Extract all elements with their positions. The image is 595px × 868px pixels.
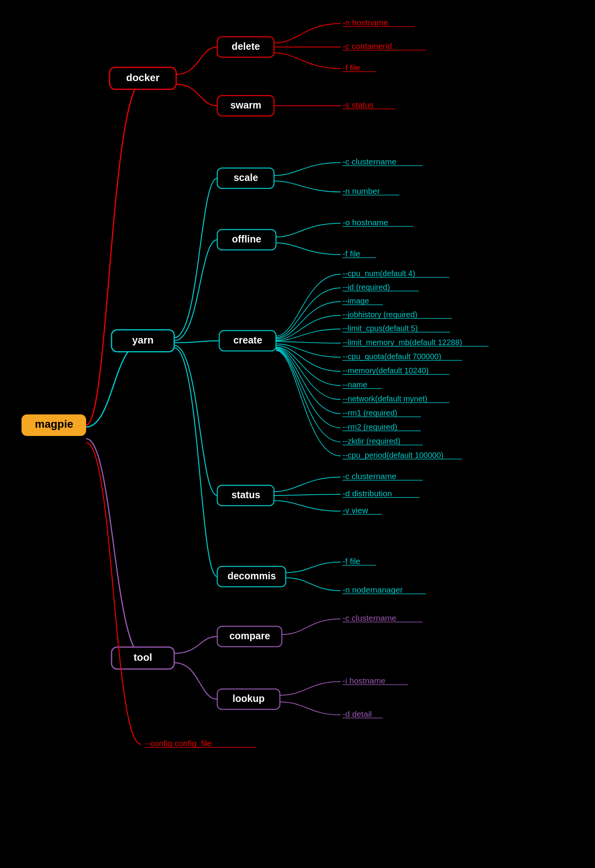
decommis-label: decommis — [227, 570, 276, 581]
leaf-n-hostname: -n hostname — [343, 18, 388, 27]
edge-offline-ff — [276, 243, 341, 255]
leaf-image: --image — [343, 297, 369, 305]
leaf-i-hostname: -i hostname — [343, 676, 386, 685]
leaf-cpu-quota: --cpu_quota(default 700000) — [343, 352, 441, 361]
edge-scale-nn — [274, 181, 341, 192]
edge-tool-compare — [174, 637, 217, 653]
leaf-d-distribution: -d distribution — [343, 489, 392, 498]
leaf-jobhistory: --jobhistory (required) — [343, 310, 417, 319]
leaf-n-number: -n number — [343, 186, 380, 195]
status-label: status — [231, 489, 260, 500]
offline-label: offline — [232, 233, 261, 244]
compare-label: compare — [229, 630, 270, 641]
leaf-f-file-delete: -f file — [343, 63, 361, 72]
edge-scale-cn — [274, 163, 341, 175]
tool-label: tool — [133, 651, 152, 663]
leaf-c-containerid: -c containerid — [343, 42, 392, 51]
scale-label: scale — [234, 172, 258, 183]
edge-root-global — [86, 443, 141, 744]
leaf-rm1: --rm1 (required) — [343, 409, 397, 417]
root-label: magpie — [35, 418, 73, 430]
leaf-cpu-num: --cpu_num(default 4) — [343, 269, 415, 278]
edge-root-yarn — [86, 341, 145, 427]
edge-delete-file — [274, 53, 341, 69]
edge-yarn-create — [174, 341, 219, 343]
leaf-limit-memory: --limit_memory_mb(default 12288) — [343, 338, 462, 347]
leaf-cpu-period: --cpu_period(default 100000) — [343, 451, 444, 460]
edge-tool-lookup — [174, 663, 217, 699]
leaf-network: --network(default mynet) — [343, 394, 427, 403]
leaf-d-detail: -d detail — [343, 709, 372, 718]
edge-offline-oh — [276, 223, 341, 237]
docker-label: docker — [126, 72, 159, 83]
edge-root-tool — [86, 439, 145, 658]
leaf-zkdir: --zkdir (required) — [343, 437, 400, 445]
leaf-o-hostname: -o hostname — [343, 218, 388, 227]
leaf-v-view: -v view — [343, 506, 368, 515]
leaf-config-file: --config config_file — [145, 739, 211, 748]
delete-label: delete — [232, 41, 260, 52]
edge-root-docker — [86, 78, 145, 425]
leaf-f-file-offline: -f file — [343, 249, 361, 258]
leaf-memory: --memory(default 10240) — [343, 366, 429, 375]
swarm-label: swarm — [230, 99, 261, 110]
edge-docker-swarm — [176, 84, 217, 106]
leaf-c-clustername-status: -c clustername — [343, 472, 397, 481]
leaf-f-file-decommis: -f file — [343, 557, 361, 566]
leaf-id: --id (required) — [343, 283, 390, 291]
leaf-rm2: --rm2 (required) — [343, 423, 397, 431]
mindmap-diagram: magpie docker delete -n hostname -c cont… — [0, 0, 595, 868]
edge-docker-delete — [176, 47, 217, 74]
edge-yarn-scale — [174, 178, 217, 338]
leaf-limit-cpus: --limit_cpus(default 5) — [343, 324, 418, 333]
create-label: create — [233, 335, 262, 345]
leaf-c-clustername-scale: -c clustername — [343, 157, 397, 166]
leaf-s-status: -s status — [343, 100, 373, 109]
edge-delete-hn — [274, 24, 341, 43]
edge-yarn-decommis — [174, 348, 217, 577]
edge-yarn-status — [174, 345, 217, 495]
leaf-c-clustername-compare: -c clustername — [343, 613, 397, 622]
leaf-name: --name — [343, 380, 367, 389]
edge-yarn-offline — [174, 240, 217, 341]
yarn-label: yarn — [132, 334, 154, 346]
leaf-n-nodemanager: -n nodemanager — [343, 585, 403, 594]
lookup-label: lookup — [233, 693, 265, 704]
